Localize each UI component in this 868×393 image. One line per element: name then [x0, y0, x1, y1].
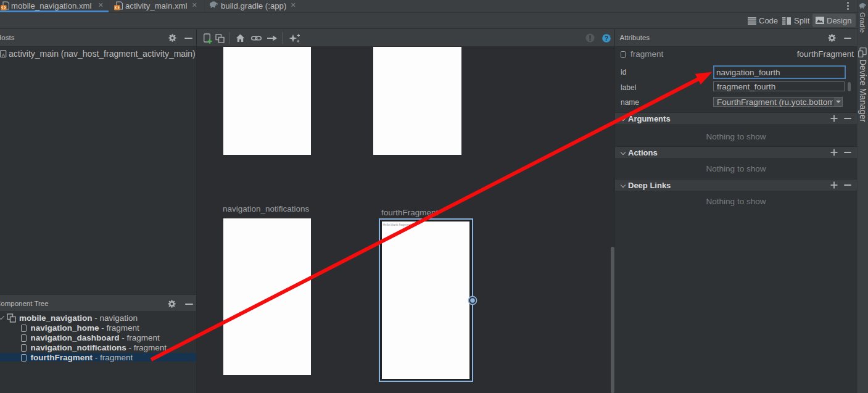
svg-text:?: ?: [605, 35, 608, 42]
svg-text:A: A: [2, 52, 6, 58]
